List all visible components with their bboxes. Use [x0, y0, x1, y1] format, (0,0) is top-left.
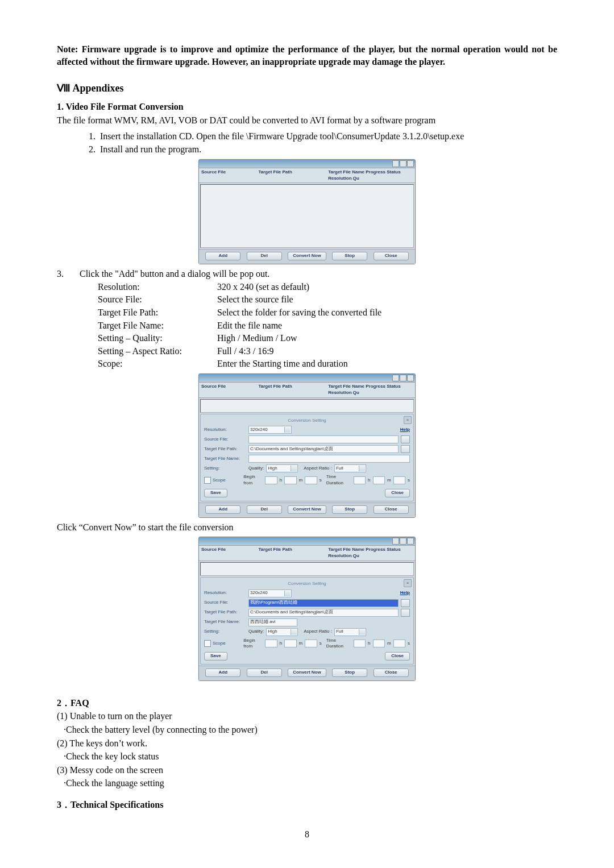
- dialog-save-button[interactable]: Save: [204, 652, 227, 661]
- stop-button[interactable]: Stop: [332, 505, 367, 514]
- minimize-icon[interactable]: [392, 538, 399, 545]
- val-scope: Enter the Starting time and duration: [217, 358, 557, 370]
- column-headers: Source File Target File Path Target File…: [199, 168, 415, 184]
- unit-m: m: [299, 641, 303, 647]
- section-1-intro: The file format WMV, RM, AVI, VOB or DAT…: [57, 114, 557, 127]
- maximize-icon[interactable]: [400, 538, 406, 545]
- resolution-dropdown[interactable]: 320x240: [248, 589, 292, 597]
- val-aspect: Full / 4:3 / 16:9: [217, 345, 557, 358]
- del-button[interactable]: Del: [247, 505, 282, 514]
- col-source-file: Source File: [201, 169, 258, 182]
- help-link[interactable]: Help: [400, 590, 410, 596]
- target-name-field[interactable]: 西西结婚.avi: [248, 618, 297, 626]
- close-button[interactable]: Close: [374, 505, 409, 514]
- main-button-bar: Add Del Convert Now Stop Close: [199, 502, 415, 517]
- dialog-close-button[interactable]: Close: [385, 652, 410, 661]
- scope-checkbox[interactable]: [204, 477, 211, 484]
- term-target-path: Target File Path:: [98, 306, 217, 319]
- section-3-heading: 3．Technical Specifications: [57, 799, 557, 811]
- close-button[interactable]: Close: [374, 252, 409, 260]
- window-titlebar: [199, 374, 415, 383]
- convert-now-button[interactable]: Convert Now: [288, 252, 326, 260]
- begin-h-stepper[interactable]: [265, 639, 277, 647]
- aspect-dropdown[interactable]: Full: [334, 628, 366, 636]
- close-button[interactable]: Close: [374, 668, 409, 677]
- unit-m: m: [387, 641, 391, 647]
- stop-button[interactable]: Stop: [332, 668, 367, 677]
- dialog-close-icon[interactable]: ×: [404, 579, 412, 587]
- document-page: Note: Firmware upgrade is to improve and…: [0, 0, 614, 863]
- target-name-field[interactable]: [248, 455, 410, 463]
- begin-s-stepper[interactable]: [305, 476, 317, 484]
- dur-s-stepper[interactable]: [393, 476, 405, 484]
- val-target-name: Edit the file name: [217, 319, 557, 332]
- minimize-icon[interactable]: [392, 160, 399, 167]
- scope-checkbox[interactable]: [204, 640, 211, 647]
- dialog-close-button[interactable]: Close: [385, 489, 410, 497]
- convert-now-button[interactable]: Convert Now: [288, 505, 326, 514]
- resolution-dropdown[interactable]: 320x240: [248, 426, 292, 434]
- page-number: 8: [57, 828, 557, 841]
- del-button[interactable]: Del: [247, 252, 282, 260]
- target-path-field[interactable]: C:\Documents and Settings\tangjian\桌面: [248, 445, 399, 453]
- lbl-setting: Setting:: [204, 629, 246, 635]
- window-controls: [392, 160, 414, 167]
- unit-h: h: [280, 477, 282, 484]
- lbl-aspect: Aspect Ratio :: [304, 466, 332, 472]
- dialog-save-button[interactable]: Save: [204, 489, 227, 497]
- faq-a2: ·Check the key lock status: [64, 750, 557, 763]
- lbl-target-name: Target File Name:: [204, 619, 246, 625]
- begin-s-stepper[interactable]: [305, 639, 317, 647]
- file-list-area: [200, 562, 414, 576]
- term-target-name: Target File Name:: [98, 319, 217, 332]
- help-link[interactable]: Help: [400, 427, 410, 433]
- file-list-area: [200, 184, 414, 248]
- maximize-icon[interactable]: [400, 375, 406, 381]
- add-button[interactable]: Add: [205, 252, 240, 260]
- lbl-resolution: Resolution:: [204, 590, 246, 596]
- browse-target-button[interactable]: [401, 445, 410, 453]
- unit-h: h: [368, 641, 370, 647]
- convert-now-button[interactable]: Convert Now: [288, 668, 326, 677]
- quality-dropdown[interactable]: High: [266, 464, 298, 472]
- lbl-aspect: Aspect Ratio :: [304, 629, 332, 635]
- dialog-close-icon[interactable]: ×: [404, 416, 412, 424]
- quality-dropdown[interactable]: High: [266, 628, 298, 636]
- browse-source-button[interactable]: [401, 435, 410, 443]
- begin-m-stepper[interactable]: [284, 476, 296, 484]
- dur-s-stepper[interactable]: [393, 639, 405, 647]
- minimize-icon[interactable]: [392, 375, 399, 381]
- browse-source-button[interactable]: [401, 599, 410, 607]
- begin-m-stepper[interactable]: [284, 639, 296, 647]
- faq-a1: ·Check the battery level (by connecting …: [64, 724, 557, 736]
- window-titlebar: [199, 160, 415, 168]
- add-button[interactable]: Add: [205, 505, 240, 514]
- app-window-2: Source File Target File Path Target File…: [198, 373, 416, 518]
- appendixes-heading: Ⅷ Appendixes: [57, 81, 557, 95]
- maximize-icon[interactable]: [400, 160, 406, 167]
- dur-m-stepper[interactable]: [373, 639, 385, 647]
- dur-m-stepper[interactable]: [373, 476, 385, 484]
- stop-button[interactable]: Stop: [332, 252, 367, 260]
- target-path-field[interactable]: C:\Documents and Settings\tangjian\桌面: [248, 609, 399, 617]
- begin-h-stepper[interactable]: [265, 476, 277, 484]
- source-file-field[interactable]: [248, 435, 399, 443]
- dialog-title: Conversion Setting: [204, 581, 410, 587]
- close-icon[interactable]: [407, 160, 414, 167]
- lbl-scope: Scope: [213, 641, 226, 647]
- source-file-field[interactable]: 我的\Program\西西结婚: [248, 599, 399, 607]
- main-button-bar: Add Del Convert Now Stop Close: [199, 666, 415, 680]
- dur-h-stepper[interactable]: [354, 639, 366, 647]
- faq-q3: (3) Messy code on the screen: [57, 764, 557, 776]
- del-button[interactable]: Del: [247, 668, 282, 677]
- col-target-path: Target File Path: [258, 547, 328, 559]
- step-3-number: 3.: [57, 268, 80, 280]
- faq-q2: (2) The keys don’t work.: [57, 737, 557, 750]
- dur-h-stepper[interactable]: [354, 476, 366, 484]
- close-icon[interactable]: [407, 538, 414, 545]
- step-3-text: Click the "Add" button and a dialog will…: [80, 268, 557, 280]
- close-icon[interactable]: [407, 375, 414, 381]
- aspect-dropdown[interactable]: Full: [334, 464, 366, 472]
- browse-target-button[interactable]: [401, 609, 410, 617]
- add-button[interactable]: Add: [205, 668, 240, 677]
